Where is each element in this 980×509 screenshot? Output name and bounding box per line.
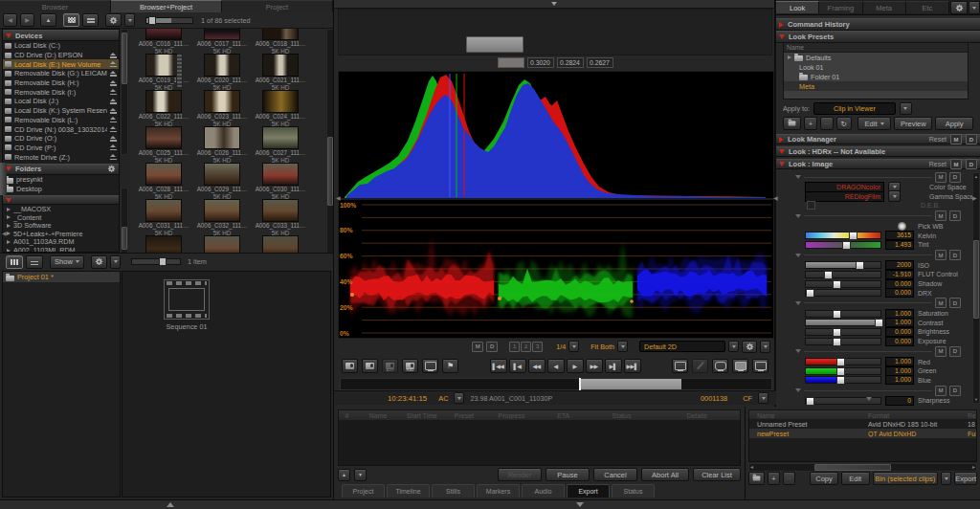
slider-handle[interactable] [856, 261, 864, 270]
shadow-slider[interactable] [805, 280, 881, 288]
device-item[interactable]: Removable Disk (H:) [3, 78, 119, 88]
eject-button[interactable] [110, 136, 117, 142]
timecode-display[interactable]: 10:23:41:15 [388, 394, 427, 403]
jump-to-end-button[interactable]: ▶▶▌ [624, 359, 641, 373]
step-back-button[interactable]: ◀ [547, 359, 565, 373]
view-1-button[interactable]: 1 [509, 342, 520, 352]
blue-value[interactable]: 1.000 [885, 375, 914, 385]
collapse-right-panel-arrow[interactable]: ◀ [773, 195, 778, 201]
eject-button[interactable] [110, 117, 117, 122]
green-slider[interactable] [805, 367, 881, 375]
clip-item[interactable]: A006_C031_111…5K HD [136, 199, 191, 235]
previous-marker-button[interactable]: ▌◀ [509, 359, 526, 373]
iso-value[interactable]: 2000 [885, 260, 914, 270]
list-view-button-2[interactable] [26, 255, 43, 269]
command-history-header[interactable]: Command History [776, 18, 980, 31]
tree-item[interactable]: A001_1103A9.RDM [3, 238, 119, 247]
layout-preset-dropdown[interactable]: Default 2D [639, 341, 725, 352]
cancel-button[interactable]: Cancel [593, 468, 637, 481]
timecode-mode-dropdown[interactable]: AC [438, 394, 448, 403]
slider-handle[interactable] [849, 232, 858, 240]
zoom-level-dropdown[interactable]: 1/4 [556, 343, 566, 351]
clip-item[interactable]: A006_C021_111…5K HD [253, 54, 308, 90]
slider-handle[interactable] [806, 397, 814, 406]
eject-button[interactable] [110, 89, 117, 95]
tree-scrollbar[interactable] [121, 188, 128, 254]
group-m-button[interactable]: M [935, 210, 947, 221]
flag-button[interactable]: ⚑ [442, 359, 458, 373]
browser-settings-button[interactable] [105, 13, 122, 27]
device-item[interactable]: CD Drive (D:) EPSON [3, 51, 119, 60]
look-preset-item[interactable]: Defaults [784, 53, 968, 62]
look-settings-caret[interactable] [969, 1, 980, 14]
look-manager-m[interactable]: M [950, 134, 962, 144]
expand-right-edge-arrow[interactable]: ▶ [972, 195, 977, 201]
project-row[interactable]: Project 01 * [3, 272, 120, 282]
exposure-value[interactable]: 0.000 [885, 337, 914, 346]
eject-button[interactable] [110, 144, 117, 150]
device-item[interactable]: Local Disk (C:) [3, 41, 119, 51]
kelvin-value[interactable]: 3615 [885, 231, 914, 240]
group-d-button[interactable]: D [949, 172, 961, 183]
look-manager-reset[interactable]: Reset [929, 136, 947, 143]
clip-item[interactable]: A006_C036_111…5K HD [253, 235, 308, 253]
fit-dropdown[interactable]: Fit Both [590, 343, 614, 351]
group-m-button[interactable]: M [935, 250, 947, 260]
collapse-center-left-arrow[interactable]: ◀ [336, 195, 341, 201]
clip-item[interactable]: A006_C018_111…5K HD [253, 29, 308, 54]
blue-slider[interactable] [805, 376, 881, 384]
slider-handle[interactable] [833, 338, 841, 346]
next-marker-button[interactable]: ▶▌ [605, 359, 622, 373]
clip-item[interactable]: A006_C033_111…5K HD [253, 199, 308, 235]
collapse-group-icon[interactable] [795, 214, 801, 218]
group-d-button[interactable]: D [949, 346, 961, 357]
device-item[interactable]: Remote Drive (Z:) [3, 152, 119, 162]
shadow-value[interactable]: 0.000 [885, 279, 914, 289]
apply-target-caret[interactable] [900, 102, 912, 115]
tree-item[interactable]: _Content [3, 213, 119, 222]
tab-meta[interactable]: Meta [863, 1, 906, 13]
browser-settings-caret[interactable] [124, 13, 135, 27]
look-manager-d[interactable]: D [966, 134, 977, 144]
viewer-top-strip[interactable] [334, 0, 774, 9]
group-m-button[interactable]: M [935, 298, 947, 308]
look-manager-header[interactable]: Look Manager Reset MD [776, 134, 980, 144]
nav-forward-button[interactable]: ▶ [20, 13, 34, 27]
folder-item[interactable]: Desktop [3, 185, 119, 194]
preset-add-button[interactable]: + [768, 472, 780, 485]
layout-preset-caret[interactable] [728, 341, 739, 352]
scope-m-button[interactable]: M [472, 342, 483, 352]
queue-move-down-button[interactable]: ▼ [354, 469, 367, 481]
expander-icon[interactable] [7, 232, 11, 235]
nav-up-button[interactable]: ▲ [40, 13, 56, 27]
scope-settings-button[interactable] [742, 341, 757, 353]
preset-refresh-button[interactable]: ↻ [836, 117, 852, 130]
clip-item[interactable]: A006_C020_111…5K HD [194, 54, 250, 90]
nav-back-button[interactable]: ◀ [3, 13, 17, 27]
slider-handle[interactable] [824, 271, 833, 279]
brightness-slider[interactable] [805, 328, 881, 336]
group-d-button[interactable]: D [949, 386, 961, 396]
clip-item[interactable]: A006_C025_111…5K HD [136, 126, 191, 163]
tab-look[interactable]: Look [776, 1, 819, 13]
clip-item[interactable]: A006_C028_111…5K HD [136, 163, 191, 199]
tint-value[interactable]: 1.493 [885, 240, 914, 250]
look-preset-item[interactable]: Meta [784, 81, 968, 91]
tab-markers[interactable]: Markers [477, 484, 520, 498]
fullscreen-monitor-button[interactable] [672, 359, 688, 373]
left-edge-handle[interactable] [0, 163, 7, 195]
folder-item[interactable]: presynkt [3, 175, 119, 185]
grid-view-button[interactable] [63, 13, 79, 27]
device-item[interactable]: CD Drive (P:) [3, 144, 119, 153]
expander-icon[interactable] [7, 215, 11, 219]
pick-wb-button[interactable] [898, 222, 906, 231]
slider-handle[interactable] [836, 367, 845, 376]
flut-control-slider[interactable] [805, 271, 881, 278]
red-value[interactable]: 1.000 [885, 357, 914, 366]
fit-caret[interactable] [617, 341, 628, 352]
slider-handle[interactable] [806, 289, 814, 298]
preset-edit-button[interactable]: Edit [858, 117, 892, 130]
device-item[interactable]: Removable Disk (L:) [3, 116, 119, 125]
iso-slider[interactable] [805, 261, 881, 269]
clip-item[interactable]: A006_C035_111…5K HD [194, 235, 250, 253]
